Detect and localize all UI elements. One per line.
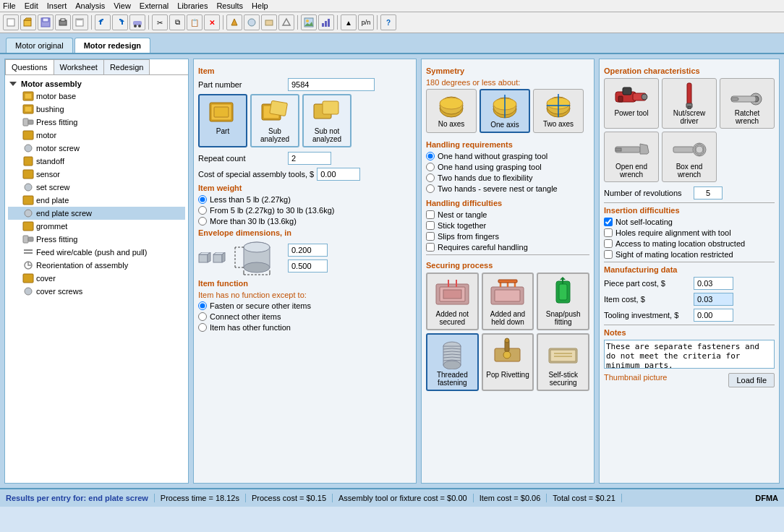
- symmetry-btn-no-axes[interactable]: No axes: [426, 89, 477, 133]
- graph-btn[interactable]: [318, 14, 334, 30]
- tree-item[interactable]: motor base: [8, 90, 185, 103]
- difficulty-option-2[interactable]: Stick together: [426, 221, 589, 230]
- menu-libraries[interactable]: Libraries: [177, 1, 208, 10]
- handling-radio-3[interactable]: [426, 173, 435, 182]
- tree-item[interactable]: Press fitting: [8, 233, 185, 246]
- symmetry-btn-one-axis[interactable]: One axis: [480, 89, 530, 133]
- thumbnail-link[interactable]: Thumbnail picture: [604, 373, 667, 382]
- insertion-option-1[interactable]: Not self-locating: [604, 218, 775, 226]
- tree-item[interactable]: bushing: [8, 103, 185, 116]
- handling-option-1[interactable]: One hand without grasping tool: [426, 152, 589, 160]
- tree-item[interactable]: sensor: [8, 168, 185, 181]
- tree-item[interactable]: cover screws: [8, 285, 185, 298]
- difficulty-check-1[interactable]: [426, 210, 435, 219]
- menu-edit[interactable]: Edit: [25, 1, 38, 10]
- tree-item[interactable]: end plate: [8, 194, 185, 207]
- part-btn-sub-analyzed[interactable]: Sub analyzed: [250, 94, 299, 147]
- op-btn-ratchet-wrench[interactable]: Ratchet wrench: [720, 78, 775, 129]
- item-cost-input[interactable]: [694, 293, 733, 306]
- tooling-input[interactable]: [694, 309, 733, 322]
- difficulty-check-4[interactable]: [426, 243, 435, 252]
- part-btn-sub-not-analyzed[interactable]: Sub not analyzed: [302, 94, 351, 147]
- paste-btn[interactable]: 📋: [187, 14, 203, 30]
- tree-item[interactable]: motor screw: [8, 142, 185, 155]
- notes-textarea[interactable]: These are separate fasteners and do not …: [604, 340, 775, 369]
- car-btn[interactable]: [129, 14, 145, 30]
- difficulty-option-4[interactable]: Requires careful handling: [426, 243, 589, 252]
- op-btn-open-end-wrench[interactable]: Open end wrench: [604, 132, 659, 182]
- weight-radio-2[interactable]: [198, 206, 207, 215]
- revolutions-input[interactable]: [694, 186, 723, 200]
- menu-insert[interactable]: Insert: [47, 1, 67, 10]
- sidebar-tab-worksheet[interactable]: Worksheet: [54, 59, 104, 74]
- tree-item[interactable]: Press fitting: [8, 116, 185, 129]
- handling-option-3[interactable]: Two hands due to flexibility: [426, 173, 589, 182]
- help-btn[interactable]: ?: [380, 14, 396, 30]
- handling-option-4[interactable]: Two hands - severe nest or tangle: [426, 184, 589, 193]
- handling-radio-2[interactable]: [426, 163, 435, 171]
- function-radio-2[interactable]: [198, 312, 207, 321]
- open-btn[interactable]: [20, 14, 36, 30]
- delete-btn[interactable]: ✕: [204, 14, 220, 30]
- cut-btn[interactable]: ✂: [152, 14, 168, 30]
- dimension-val2[interactable]: [288, 259, 328, 273]
- pin-btn[interactable]: p/n: [358, 14, 374, 30]
- secure-btn-snap[interactable]: Snap/push fitting: [537, 273, 589, 330]
- secure-btn-held-down[interactable]: Added and held down: [482, 273, 534, 330]
- tool2-btn[interactable]: [244, 14, 260, 30]
- tab-motor-original[interactable]: Motor original: [6, 38, 73, 53]
- menu-view[interactable]: View: [114, 1, 131, 10]
- function-radio-1[interactable]: [198, 301, 207, 310]
- tool3-btn[interactable]: [261, 14, 277, 30]
- load-file-button[interactable]: Load file: [728, 373, 775, 387]
- op-btn-box-end-wrench[interactable]: Box end wrench: [662, 132, 717, 182]
- print-btn[interactable]: [55, 14, 71, 30]
- redo-btn[interactable]: [112, 14, 128, 30]
- piece-part-input[interactable]: [694, 277, 733, 290]
- tool4-btn[interactable]: [278, 14, 294, 30]
- sidebar-tab-questions[interactable]: Questions: [5, 59, 54, 74]
- function-option-3[interactable]: Item has other function: [198, 323, 412, 332]
- part-btn-part[interactable]: Part: [198, 94, 247, 147]
- function-option-2[interactable]: Connect other items: [198, 312, 412, 321]
- insertion-option-3[interactable]: Access to mating location obstructed: [604, 239, 775, 248]
- menu-analysis[interactable]: Analysis: [75, 1, 105, 10]
- secure-btn-self-stick[interactable]: Self-stick securing: [537, 333, 589, 391]
- dimension-val1[interactable]: [288, 244, 328, 257]
- weight-option-3[interactable]: More than 30 lb (13.6kg): [198, 217, 412, 226]
- tree-item[interactable]: Feed wire/cable (push and pull): [8, 246, 185, 259]
- handling-radio-1[interactable]: [426, 152, 435, 160]
- symmetry-btn-two-axes[interactable]: Two axes: [533, 89, 584, 133]
- tree-item[interactable]: set screw: [8, 181, 185, 194]
- insertion-check-4[interactable]: [604, 250, 613, 259]
- op-btn-nut-screw-driver[interactable]: Nut/screw driver: [662, 78, 717, 129]
- function-option-1[interactable]: Fasten or secure other items: [198, 301, 412, 310]
- tree-item[interactable]: standoff: [8, 155, 185, 168]
- img-btn[interactable]: [301, 14, 317, 30]
- repeat-count-input[interactable]: [288, 152, 331, 165]
- tool1-btn[interactable]: [226, 14, 242, 30]
- difficulty-option-3[interactable]: Slips from fingers: [426, 232, 589, 241]
- insertion-option-4[interactable]: Sight of mating location restricted: [604, 250, 775, 259]
- insertion-check-1[interactable]: [604, 218, 613, 226]
- up-btn[interactable]: ▲: [341, 14, 357, 30]
- tab-motor-redesign[interactable]: Motor redesign: [74, 38, 150, 53]
- weight-option-2[interactable]: From 5 lb (2.27kg) to 30 lb (13.6kg): [198, 206, 412, 215]
- tree-root[interactable]: Motor assembly: [8, 78, 185, 90]
- tree-item-end-plate-screw[interactable]: end plate screw: [8, 207, 185, 220]
- sidebar-tab-redesign[interactable]: Redesign: [104, 59, 150, 74]
- insertion-check-2[interactable]: [604, 228, 613, 237]
- undo-btn[interactable]: [95, 14, 111, 30]
- tree-item[interactable]: motor: [8, 129, 185, 142]
- tree-item[interactable]: grommet: [8, 220, 185, 233]
- menu-help[interactable]: Help: [252, 1, 268, 10]
- function-radio-3[interactable]: [198, 323, 207, 332]
- weight-radio-3[interactable]: [198, 217, 207, 226]
- insertion-check-3[interactable]: [604, 239, 613, 248]
- secure-btn-threaded[interactable]: Threaded fastening: [426, 333, 479, 391]
- insertion-option-2[interactable]: Holes require alignment with tool: [604, 228, 775, 237]
- secure-btn-not-secured[interactable]: Added not secured: [426, 273, 479, 330]
- new-btn[interactable]: [3, 14, 19, 30]
- handling-radio-4[interactable]: [426, 184, 435, 193]
- special-tools-input[interactable]: [317, 168, 360, 181]
